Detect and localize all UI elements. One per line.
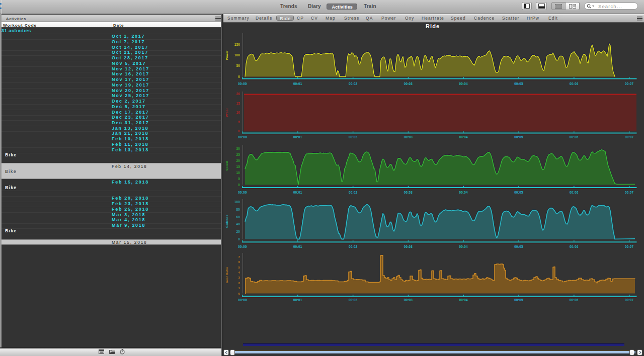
svg-text:3: 3	[238, 276, 240, 279]
svg-text:00:00: 00:00	[238, 245, 247, 248]
svg-text:Gear Ratio: Gear Ratio	[225, 267, 228, 283]
svg-text:00:02: 00:02	[349, 82, 358, 85]
svg-text:30: 30	[236, 147, 240, 150]
svg-text:00:02: 00:02	[349, 135, 358, 139]
svg-text:100: 100	[234, 53, 240, 57]
svg-text:1: 1	[238, 287, 240, 290]
svg-text:60: 60	[236, 215, 240, 219]
svg-text:00:04: 00:04	[459, 135, 468, 139]
svg-text:00:03: 00:03	[404, 245, 413, 248]
svg-text:00:02: 00:02	[349, 191, 358, 194]
svg-text:00:03: 00:03	[404, 135, 413, 139]
svg-text:Cadence: Cadence	[225, 214, 228, 228]
svg-text:00:07: 00:07	[625, 191, 634, 194]
svg-text:50: 50	[236, 64, 240, 67]
svg-text:00:00: 00:00	[238, 135, 247, 139]
svg-text:00:04: 00:04	[459, 245, 468, 248]
svg-text:00:04: 00:04	[459, 82, 468, 85]
svg-text:0: 0	[238, 75, 240, 78]
svg-text:2: 2	[238, 282, 240, 285]
svg-text:00:05: 00:05	[514, 135, 523, 139]
svg-text:6: 6	[238, 260, 240, 263]
svg-text:00:01: 00:01	[293, 191, 302, 194]
svg-text:5: 5	[238, 177, 240, 181]
svg-text:00:03: 00:03	[404, 82, 413, 85]
svg-text:15: 15	[236, 102, 240, 105]
svg-text:0: 0	[238, 183, 240, 187]
svg-text:00:07: 00:07	[625, 245, 634, 248]
svg-text:00:07: 00:07	[625, 82, 634, 85]
svg-text:0: 0	[238, 237, 240, 241]
svg-text:00:05: 00:05	[514, 298, 523, 302]
svg-text:00:06: 00:06	[570, 82, 579, 85]
svg-text:15: 15	[236, 165, 240, 168]
svg-text:Speed: Speed	[225, 161, 228, 170]
svg-text:W'bal: W'bal	[225, 109, 228, 117]
svg-text:00:01: 00:01	[293, 245, 302, 248]
svg-text:00:07: 00:07	[625, 298, 634, 302]
svg-text:00:06: 00:06	[570, 298, 579, 302]
svg-text:20: 20	[236, 230, 240, 233]
svg-text:00:03: 00:03	[404, 298, 413, 302]
svg-text:00:02: 00:02	[349, 245, 358, 248]
svg-text:4: 4	[238, 271, 240, 274]
svg-text:80: 80	[236, 208, 240, 211]
svg-text:00:07: 00:07	[625, 135, 634, 139]
svg-text:00:01: 00:01	[293, 135, 302, 139]
svg-text:00:00: 00:00	[238, 298, 247, 302]
svg-text:00:06: 00:06	[570, 191, 579, 194]
svg-text:5: 5	[238, 120, 240, 124]
svg-text:00:06: 00:06	[570, 245, 579, 248]
svg-text:00:00: 00:00	[238, 191, 247, 194]
svg-text:00:05: 00:05	[514, 82, 523, 85]
svg-text:10: 10	[236, 171, 240, 174]
svg-text:20: 20	[236, 159, 240, 162]
svg-text:150: 150	[234, 43, 240, 46]
svg-text:00:00: 00:00	[238, 82, 247, 85]
svg-text:25: 25	[236, 153, 240, 156]
svg-text:00:05: 00:05	[514, 245, 523, 248]
svg-text:10: 10	[236, 111, 240, 114]
svg-text:0: 0	[238, 129, 240, 133]
svg-text:7: 7	[238, 255, 240, 258]
svg-text:00:01: 00:01	[293, 82, 302, 85]
svg-text:5: 5	[238, 266, 240, 269]
svg-text:40: 40	[236, 222, 240, 226]
svg-text:100: 100	[234, 200, 240, 204]
svg-text:00:06: 00:06	[570, 135, 579, 139]
svg-text:00:04: 00:04	[459, 298, 468, 302]
svg-text:20: 20	[236, 92, 240, 96]
svg-text:Power: Power	[225, 50, 228, 60]
svg-text:00:03: 00:03	[404, 191, 413, 194]
svg-text:00:05: 00:05	[514, 191, 523, 194]
svg-text:00:02: 00:02	[349, 298, 358, 302]
svg-text:0: 0	[238, 292, 240, 295]
svg-text:00:01: 00:01	[293, 298, 302, 302]
svg-text:00:04: 00:04	[459, 191, 468, 194]
